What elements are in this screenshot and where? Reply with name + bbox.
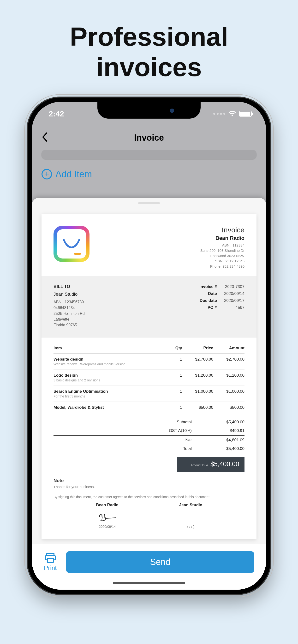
status-indicators	[213, 110, 252, 118]
previous-card	[42, 150, 256, 159]
nav-bar: Invoice	[32, 126, 266, 150]
company-name: Bean Radio	[200, 235, 244, 241]
nav-title: Invoice	[32, 133, 266, 143]
line-items-table: … Item Qty Price Amount Website designWe…	[42, 338, 256, 414]
invoice-preview-sheet: Invoice Bean Radio ABN : 112334 Suite 20…	[32, 198, 266, 590]
send-button[interactable]: Send	[66, 551, 254, 573]
print-label: Print	[44, 564, 57, 572]
print-button[interactable]: Print	[44, 553, 57, 572]
plus-circle-icon: +	[42, 169, 52, 180]
invoice-meta-block: Invoice # Date Due date PO # 2020-7307 2…	[199, 284, 244, 328]
invoice-document: Invoice Bean Radio ABN : 112334 Suite 20…	[42, 214, 256, 539]
cellular-dots-icon	[213, 113, 225, 115]
signature-icon: ℬ—	[98, 511, 116, 524]
back-button[interactable]	[42, 131, 48, 144]
doc-type-title: Invoice	[200, 226, 244, 234]
company-meta: ABN : 112334 Suite 200, 103 Shoreline Dr…	[200, 243, 244, 269]
print-icon	[44, 553, 56, 563]
home-indicator[interactable]	[113, 582, 185, 584]
wifi-icon	[228, 110, 236, 118]
line-item-row: Logo design3 basic designs and 2 revisio…	[54, 370, 244, 386]
phone-notch	[97, 102, 201, 118]
signature-line-left: ℬ—	[73, 511, 142, 523]
company-logo	[54, 226, 89, 262]
add-item-button[interactable]: + Add Item	[42, 169, 256, 180]
bill-to-block: BILL TO Jean Studio ABN : 123456789 0466…	[54, 284, 85, 328]
sheet-handle[interactable]	[138, 202, 160, 204]
status-time: 2:42	[49, 110, 64, 118]
line-item-row: Model, Wardrobe & Stylist 1 $500.00 $500…	[54, 402, 244, 414]
line-item-row: Website designWebsite renewal, Wordpress…	[54, 354, 244, 370]
disclaimer-text: By signing this document, the customer a…	[42, 491, 256, 503]
hero-title: Professional invoices	[70, 22, 228, 82]
add-item-label: Add Item	[55, 169, 92, 180]
note-body: Thanks for your business.	[54, 485, 244, 489]
note-title: Note	[54, 478, 244, 483]
battery-icon	[239, 111, 252, 117]
background-content: + Add Item	[32, 150, 266, 206]
line-item-row: Search Engine OptimisationFor the first …	[54, 386, 244, 402]
svg-rect-2	[47, 558, 54, 562]
totals-block: Subtotal$5,400.00 GST A(10%)$490.91 Net$…	[42, 414, 256, 472]
phone-screen: 2:42 Invoice + Add Item	[32, 102, 266, 590]
phone-frame: 2:42 Invoice + Add Item	[27, 96, 271, 595]
amount-due-box: Amount Due $5,400.00	[177, 457, 244, 472]
send-label: Send	[150, 557, 170, 567]
signature-section: Bean Radio ℬ— 2020/09/14 Jean Studio ( /…	[42, 503, 256, 533]
signature-line-right	[156, 511, 225, 523]
